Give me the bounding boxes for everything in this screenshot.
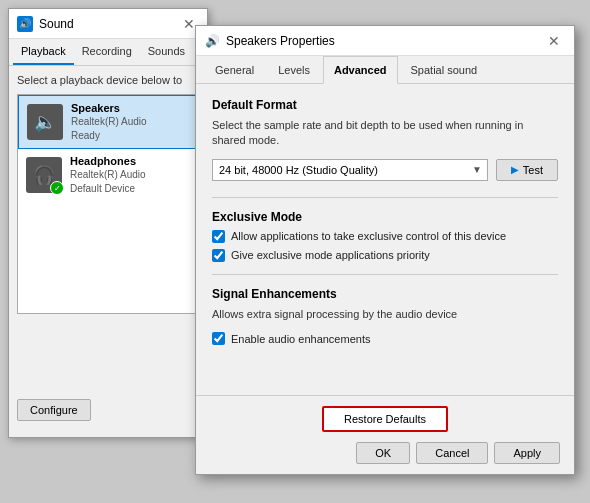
device-item-headphones[interactable]: 🎧 ✓ Headphones Realtek(R) Audio Default … (18, 149, 198, 201)
exclusive-control-row: Allow applications to take exclusive con… (212, 230, 558, 243)
tab-general[interactable]: General (204, 56, 265, 84)
tab-levels[interactable]: Levels (267, 56, 321, 84)
tab-sounds[interactable]: Sounds (140, 39, 193, 65)
sound-window-title: Sound (39, 17, 74, 31)
apply-button[interactable]: Apply (494, 442, 560, 464)
speakers-tabs: General Levels Advanced Spatial sound (196, 56, 574, 84)
tab-advanced[interactable]: Advanced (323, 56, 398, 84)
sound-tabs: Playback Recording Sounds Com... (9, 39, 207, 66)
sound-window: 🔊 Sound ✕ Playback Recording Sounds Com.… (8, 8, 208, 438)
headphones-detail1: Realtek(R) Audio (70, 169, 146, 180)
restore-defaults-container: Restore Defaults (210, 406, 560, 432)
configure-button[interactable]: Configure (17, 399, 91, 421)
default-format-title: Default Format (212, 98, 558, 112)
speakers-window-title: Speakers Properties (226, 34, 335, 48)
headphones-name: Headphones (70, 155, 146, 167)
exclusive-priority-checkbox[interactable] (212, 249, 225, 262)
tab-recording[interactable]: Recording (74, 39, 140, 65)
sound-content: Select a playback device below to 🔈 Spea… (9, 66, 207, 322)
format-row: 16 bit, 44100 Hz (CD Quality) 16 bit, 48… (212, 159, 558, 181)
format-select[interactable]: 16 bit, 44100 Hz (CD Quality) 16 bit, 48… (212, 159, 488, 181)
sound-instruction: Select a playback device below to (17, 74, 199, 86)
default-format-desc: Select the sample rate and bit depth to … (212, 118, 558, 149)
tab-spatial-sound[interactable]: Spatial sound (400, 56, 489, 84)
ok-button[interactable]: OK (356, 442, 410, 464)
test-button-label: Test (523, 164, 543, 176)
exclusive-control-checkbox[interactable] (212, 230, 225, 243)
play-icon: ▶ (511, 164, 519, 175)
default-device-badge: ✓ (50, 181, 64, 195)
speakers-detail2: Ready (71, 130, 100, 141)
divider-1 (212, 197, 558, 198)
restore-defaults-button[interactable]: Restore Defaults (322, 406, 448, 432)
tab-playback[interactable]: Playback (13, 39, 74, 65)
audio-enhancements-checkbox[interactable] (212, 332, 225, 345)
signal-enhancements-desc: Allows extra signal processing by the au… (212, 307, 558, 322)
exclusive-control-label: Allow applications to take exclusive con… (231, 230, 506, 242)
footer-buttons: OK Cancel Apply (210, 442, 560, 464)
sound-app-icon: 🔊 (17, 16, 33, 32)
headphones-device-icon: 🎧 ✓ (26, 157, 62, 193)
audio-enhancements-label: Enable audio enhancements (231, 333, 370, 345)
device-item-speakers[interactable]: 🔈 Speakers Realtek(R) Audio Ready (18, 95, 198, 149)
speakers-prop-icon: 🔊 (204, 33, 220, 49)
speakers-close-button[interactable]: ✕ (542, 31, 566, 51)
cancel-button[interactable]: Cancel (416, 442, 488, 464)
speakers-footer: Restore Defaults OK Cancel Apply (196, 395, 574, 474)
speakers-name: Speakers (71, 102, 147, 114)
exclusive-mode-title: Exclusive Mode (212, 210, 558, 224)
sound-titlebar: 🔊 Sound ✕ (9, 9, 207, 39)
test-button[interactable]: ▶ Test (496, 159, 558, 181)
divider-2 (212, 274, 558, 275)
speakers-detail1: Realtek(R) Audio (71, 116, 147, 127)
exclusive-priority-label: Give exclusive mode applications priorit… (231, 249, 430, 261)
speakers-device-icon: 🔈 (27, 104, 63, 140)
headphones-detail2: Default Device (70, 183, 135, 194)
speakers-advanced-content: Default Format Select the sample rate an… (196, 84, 574, 365)
exclusive-priority-row: Give exclusive mode applications priorit… (212, 249, 558, 262)
speakers-properties-window: 🔊 Speakers Properties ✕ General Levels A… (195, 25, 575, 475)
signal-enhancements-title: Signal Enhancements (212, 287, 558, 301)
device-list: 🔈 Speakers Realtek(R) Audio Ready 🎧 ✓ He… (17, 94, 199, 314)
speakers-titlebar: 🔊 Speakers Properties ✕ (196, 26, 574, 56)
sound-bottom-bar: Configure (9, 391, 207, 429)
format-select-wrapper: 16 bit, 44100 Hz (CD Quality) 16 bit, 48… (212, 159, 488, 181)
audio-enhancements-row: Enable audio enhancements (212, 332, 558, 345)
